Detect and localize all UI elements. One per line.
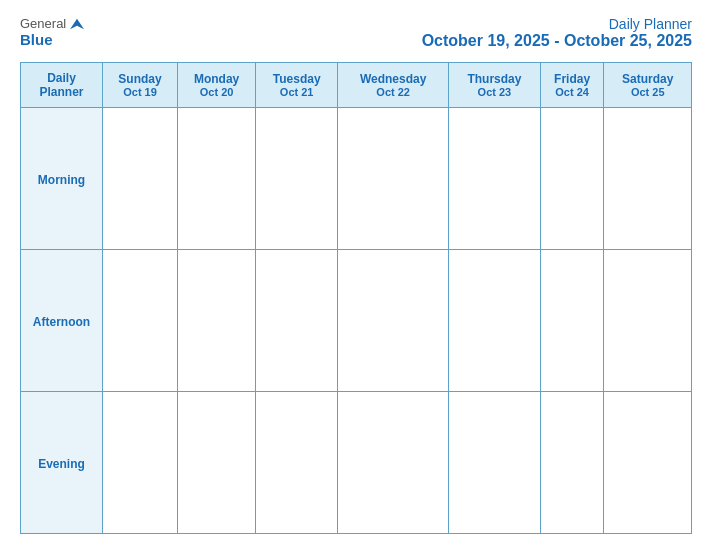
label-column-header: Daily Planner: [21, 63, 103, 108]
evening-row: Evening: [21, 392, 692, 534]
evening-tuesday-cell[interactable]: [256, 392, 338, 534]
morning-row: Morning: [21, 108, 692, 250]
header-info: Daily Planner October 19, 2025 - October…: [422, 16, 692, 50]
day-header-monday: Monday Oct 20: [178, 63, 256, 108]
day-header-tuesday: Tuesday Oct 21: [256, 63, 338, 108]
afternoon-monday-cell[interactable]: [178, 250, 256, 392]
header-row: Daily Planner Sunday Oct 19 Monday Oct 2…: [21, 63, 692, 108]
page-header: General Blue Daily Planner October 19, 2…: [20, 16, 692, 50]
evening-label: Evening: [38, 457, 85, 471]
tuesday-date: Oct 21: [258, 86, 335, 98]
date-range: October 19, 2025 - October 25, 2025: [422, 32, 692, 50]
morning-label-cell: Morning: [21, 108, 103, 250]
morning-tuesday-cell[interactable]: [256, 108, 338, 250]
morning-saturday-cell[interactable]: [604, 108, 692, 250]
evening-label-cell: Evening: [21, 392, 103, 534]
morning-wednesday-cell[interactable]: [338, 108, 449, 250]
saturday-name: Saturday: [606, 72, 689, 86]
evening-sunday-cell[interactable]: [103, 392, 178, 534]
svg-marker-0: [70, 18, 84, 29]
morning-label: Morning: [38, 173, 85, 187]
planner-table: Daily Planner Sunday Oct 19 Monday Oct 2…: [20, 62, 692, 534]
afternoon-row: Afternoon: [21, 250, 692, 392]
sunday-name: Sunday: [105, 72, 175, 86]
monday-date: Oct 20: [180, 86, 253, 98]
morning-friday-cell[interactable]: [540, 108, 604, 250]
logo-blue-text: Blue: [20, 31, 53, 48]
evening-monday-cell[interactable]: [178, 392, 256, 534]
wednesday-name: Wednesday: [340, 72, 446, 86]
afternoon-wednesday-cell[interactable]: [338, 250, 449, 392]
thursday-date: Oct 23: [451, 86, 538, 98]
afternoon-label: Afternoon: [33, 315, 90, 329]
friday-name: Friday: [543, 72, 602, 86]
monday-name: Monday: [180, 72, 253, 86]
evening-wednesday-cell[interactable]: [338, 392, 449, 534]
planner-title: Daily Planner: [422, 16, 692, 32]
wednesday-date: Oct 22: [340, 86, 446, 98]
tuesday-name: Tuesday: [258, 72, 335, 86]
evening-thursday-cell[interactable]: [449, 392, 541, 534]
logo-bird-icon: [68, 17, 86, 31]
afternoon-sunday-cell[interactable]: [103, 250, 178, 392]
logo-general-text: General: [20, 16, 66, 31]
morning-thursday-cell[interactable]: [449, 108, 541, 250]
thursday-name: Thursday: [451, 72, 538, 86]
afternoon-thursday-cell[interactable]: [449, 250, 541, 392]
friday-date: Oct 24: [543, 86, 602, 98]
saturday-date: Oct 25: [606, 86, 689, 98]
morning-monday-cell[interactable]: [178, 108, 256, 250]
morning-sunday-cell[interactable]: [103, 108, 178, 250]
label-header-line2: Planner: [25, 85, 98, 99]
evening-saturday-cell[interactable]: [604, 392, 692, 534]
evening-friday-cell[interactable]: [540, 392, 604, 534]
day-header-saturday: Saturday Oct 25: [604, 63, 692, 108]
sunday-date: Oct 19: [105, 86, 175, 98]
afternoon-label-cell: Afternoon: [21, 250, 103, 392]
label-header-line1: Daily: [25, 71, 98, 85]
day-header-thursday: Thursday Oct 23: [449, 63, 541, 108]
logo: General Blue: [20, 16, 86, 48]
day-header-wednesday: Wednesday Oct 22: [338, 63, 449, 108]
day-header-friday: Friday Oct 24: [540, 63, 604, 108]
afternoon-tuesday-cell[interactable]: [256, 250, 338, 392]
day-header-sunday: Sunday Oct 19: [103, 63, 178, 108]
afternoon-friday-cell[interactable]: [540, 250, 604, 392]
afternoon-saturday-cell[interactable]: [604, 250, 692, 392]
